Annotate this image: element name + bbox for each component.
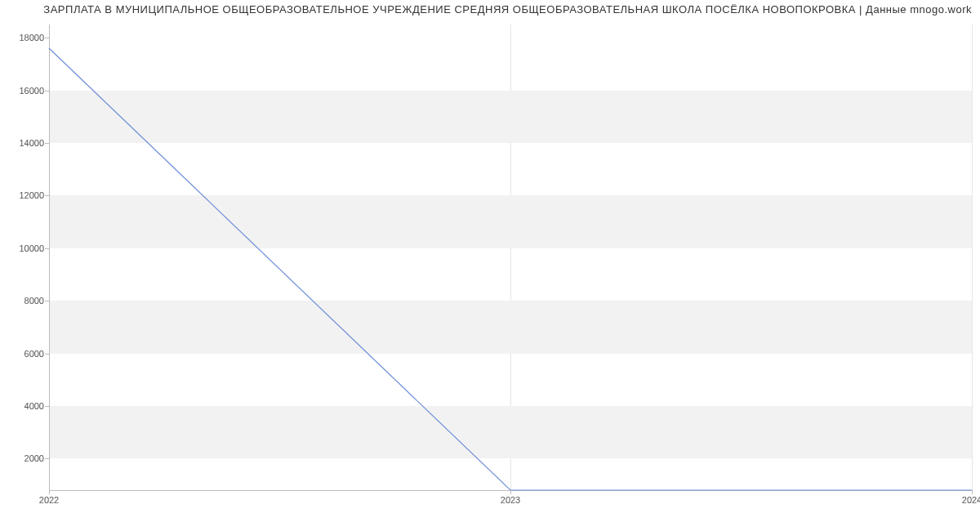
y-tick-mark — [45, 38, 49, 38]
y-tick-label: 2000 — [3, 453, 44, 463]
x-tick-mark — [972, 490, 973, 494]
x-tick-mark — [510, 490, 511, 494]
y-tick-mark — [45, 458, 49, 459]
y-tick-mark — [45, 354, 49, 355]
x-tick-label: 2022 — [39, 495, 59, 505]
y-tick-label: 18000 — [3, 33, 44, 42]
y-tick-label: 14000 — [3, 138, 44, 148]
y-tick-label: 6000 — [3, 349, 44, 359]
y-tick-mark — [45, 195, 49, 196]
y-tick-mark — [45, 301, 49, 301]
y-tick-mark — [45, 91, 49, 91]
y-tick-mark — [45, 143, 49, 144]
y-tick-label: 10000 — [3, 243, 44, 253]
y-tick-label: 16000 — [3, 86, 44, 96]
y-tick-label: 12000 — [3, 190, 44, 200]
y-tick-label: 4000 — [3, 401, 44, 411]
salary-line-chart: ЗАРПЛАТА В МУНИЦИПАЛЬНОЕ ОБЩЕОБРАЗОВАТЕЛ… — [0, 0, 980, 531]
x-tick-mark — [49, 490, 50, 494]
line-layer — [49, 25, 972, 490]
x-gridline — [972, 25, 973, 490]
y-tick-mark — [45, 406, 49, 407]
plot-area: 202220232024 — [49, 25, 972, 491]
chart-title: ЗАРПЛАТА В МУНИЦИПАЛЬНОЕ ОБЩЕОБРАЗОВАТЕЛ… — [8, 3, 972, 16]
series-salary — [49, 48, 972, 490]
y-tick-mark — [45, 248, 49, 249]
y-tick-label: 8000 — [3, 296, 44, 306]
x-tick-label: 2024 — [962, 495, 980, 505]
x-tick-label: 2023 — [501, 495, 520, 505]
